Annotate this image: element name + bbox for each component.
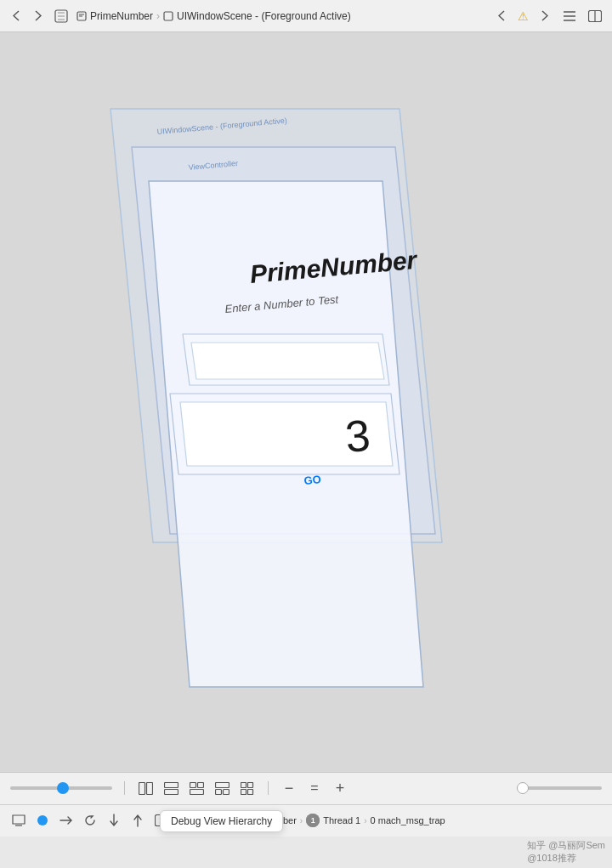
svg-rect-18 (215, 782, 229, 787)
warning-icon: ⚠ (518, 9, 529, 23)
number-display-value: 3 (343, 411, 372, 462)
breadcrumb-scene[interactable]: UIWindowScene - (Foreground Active) (177, 10, 351, 22)
watermark-line2: @1018推荐 (527, 852, 605, 865)
right-toolbar-icons: ⚠ (494, 8, 604, 25)
debug-breadcrumb: PrimeNumber › 1 Thread 1 › 0 mach_msg_tr… (239, 814, 602, 827)
thread-badge-icon: 1 (306, 814, 320, 827)
step-up-icon[interactable] (129, 812, 146, 829)
svg-rect-16 (197, 782, 203, 787)
sep2 (268, 781, 269, 795)
right-slider[interactable] (517, 786, 602, 790)
go-button-text: GO (303, 473, 321, 487)
input-field-layer (191, 343, 384, 379)
menu-icon[interactable] (561, 8, 578, 25)
icon-layout3[interactable] (188, 780, 205, 797)
svg-rect-11 (139, 782, 144, 794)
file-icon (76, 11, 87, 21)
breadcrumb: PrimeNumber › UIWindowScene - (Foregroun… (76, 10, 487, 22)
expand-icon[interactable] (53, 8, 70, 25)
scene-icon (163, 11, 173, 21)
icon-grid[interactable] (239, 780, 256, 797)
right-nav-icon[interactable] (537, 9, 552, 24)
refresh-icon[interactable] (82, 812, 99, 829)
thread-badge: 1 (306, 814, 320, 827)
breadcrumb-app[interactable]: PrimeNumber (90, 10, 153, 22)
svg-rect-20 (223, 789, 229, 794)
plus-button[interactable]: + (332, 780, 348, 797)
svg-rect-21 (241, 782, 246, 787)
icon-layout4[interactable] (213, 780, 230, 797)
tooltip-text: Debug View Hierarchy (171, 815, 272, 827)
debug-hierarchy-tooltip: Debug View Hierarchy (160, 810, 283, 832)
svg-rect-17 (190, 789, 203, 794)
breadcrumb-trap[interactable]: 0 mach_msg_trap (371, 815, 445, 825)
svg-rect-24 (248, 789, 253, 794)
toolbar-row2: PrimeNumber › 1 Thread 1 › 0 mach_msg_tr… (0, 805, 612, 837)
breadcrumb-sep2: › (364, 816, 366, 825)
svg-marker-8 (191, 343, 384, 379)
split-view-icon[interactable] (586, 8, 604, 25)
svg-rect-2 (164, 12, 173, 20)
watermark-line1: 知乎 @马丽阿Sem (527, 839, 605, 852)
svg-rect-12 (146, 782, 152, 794)
left-nav-icon[interactable] (494, 9, 509, 24)
canvas-area: UIWindowScene - (Foreground Active) View… (0, 32, 612, 772)
breadcrumb-sep1: › (156, 10, 160, 22)
minus-button[interactable]: − (280, 780, 298, 797)
icon-layout2[interactable] (162, 780, 179, 797)
watermark: 知乎 @马丽阿Sem @1018推荐 (527, 839, 605, 865)
right-slider-thumb[interactable] (517, 782, 529, 794)
equals-button[interactable]: = (306, 780, 323, 797)
svg-rect-22 (248, 782, 253, 787)
bottom-toolbar: − = + (0, 772, 612, 837)
3d-layers-svg: UIWindowScene - (Foreground Active) View… (0, 32, 612, 772)
forward-button[interactable] (31, 9, 46, 24)
svg-rect-23 (241, 789, 246, 794)
breadcrumb-thread[interactable]: Thread 1 (323, 815, 360, 825)
back-button[interactable] (8, 9, 24, 24)
step-down-icon[interactable] (105, 812, 122, 829)
record-icon[interactable] (34, 812, 51, 829)
svg-rect-15 (190, 782, 196, 787)
top-toolbar: PrimeNumber › UIWindowScene - (Foregroun… (0, 0, 612, 32)
icon-layout1[interactable] (137, 780, 154, 797)
step-over-icon[interactable] (58, 812, 75, 829)
svg-rect-14 (164, 789, 178, 794)
svg-rect-19 (215, 789, 221, 794)
toolbar-row1: − = + (0, 773, 612, 805)
svg-rect-13 (164, 782, 178, 787)
zoom-slider-thumb[interactable] (57, 782, 69, 794)
sep1 (124, 781, 125, 795)
zoom-slider[interactable] (10, 786, 112, 790)
breadcrumb-sep1: › (300, 816, 303, 825)
output-icon[interactable] (10, 812, 27, 829)
